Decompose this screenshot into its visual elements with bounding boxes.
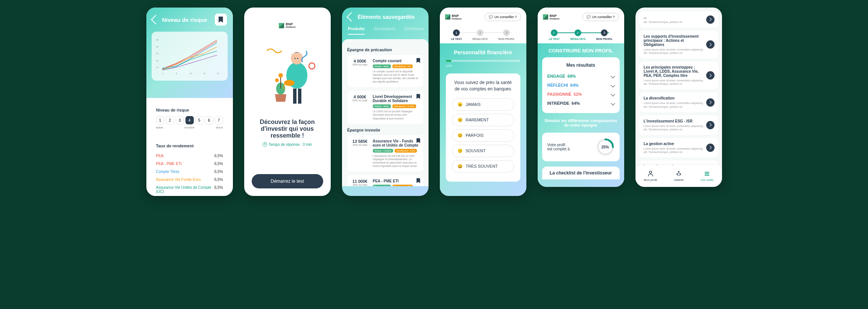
clock-icon bbox=[263, 142, 267, 147]
risk-level-6[interactable]: 6 bbox=[205, 116, 213, 124]
svg-point-18 bbox=[294, 58, 295, 59]
result-row[interactable]: PASSIONNÉ 52% bbox=[547, 90, 614, 99]
svg-text:30: 30 bbox=[156, 52, 158, 55]
svg-point-27 bbox=[680, 173, 681, 175]
logo-icon bbox=[543, 14, 548, 20]
svg-text:50: 50 bbox=[156, 39, 158, 41]
answer-option[interactable]: 😊PARFOIS bbox=[452, 129, 514, 142]
product-card[interactable]: 13 585€25% du total Assurance Vie - Fond… bbox=[347, 135, 423, 171]
completion-ring: 25% bbox=[596, 138, 614, 156]
progress-text: 1/13 bbox=[446, 64, 520, 67]
answer-option[interactable]: 🙂SOUVENT bbox=[452, 145, 514, 157]
nav-galerie[interactable]: Galerie bbox=[674, 170, 684, 182]
chevron-down-icon bbox=[611, 83, 615, 87]
tab-produits[interactable]: Produits bbox=[348, 26, 365, 35]
answer-option[interactable]: 😐RAREMENT bbox=[452, 114, 514, 126]
svg-rect-19 bbox=[293, 89, 296, 104]
step-3: 3MON PROFIL bbox=[596, 29, 613, 40]
topic-card[interactable]: L'investissement ESG - ISRLorem ipsum do… bbox=[639, 115, 718, 135]
svg-point-25 bbox=[678, 171, 680, 173]
arrow-right-icon[interactable] bbox=[706, 40, 714, 49]
nav-les-outils[interactable]: Les outils bbox=[701, 170, 713, 182]
arrow-right-icon[interactable] bbox=[706, 15, 714, 24]
product-card[interactable]: 11 000€20% du total PEA - PME ETI Risque… bbox=[347, 175, 423, 186]
risk-level-1[interactable]: 1 bbox=[156, 116, 164, 124]
svg-text:21: 21 bbox=[203, 72, 205, 75]
intro-title: Découvrez la façon d'investir qui vous r… bbox=[252, 119, 323, 139]
arrow-right-icon[interactable] bbox=[706, 98, 714, 107]
time-estimate: Temps de réponse : 3 min bbox=[263, 142, 312, 147]
topic-card[interactable]: La diversificationLorem ipsum dolor sit … bbox=[639, 92, 718, 112]
back-icon[interactable] bbox=[347, 12, 356, 21]
yield-row: Assurance Vie Fonds Euro + UC6,5% bbox=[156, 196, 223, 196]
risk-level-5[interactable]: 5 bbox=[195, 116, 204, 124]
answer-option[interactable]: 😄TRÈS SOUVENT bbox=[452, 160, 514, 173]
topic-card[interactable]: ...elit. Tincidunt tempus, pretium mi. bbox=[639, 11, 718, 28]
result-row[interactable]: RÉFLÉCHI 64% bbox=[547, 81, 614, 90]
result-row[interactable]: INTRÉPIDE 64% bbox=[547, 99, 614, 108]
screen-intro: BNPPARIBAS Découvrez la façon d' bbox=[244, 8, 331, 196]
section-invested: Épargne investie bbox=[347, 128, 423, 132]
yield-row: PEA - PME ETI6,5% bbox=[156, 160, 223, 168]
yield-row: Compte Titres6,5% bbox=[156, 168, 223, 176]
quiz-title: Personnalité financière bbox=[446, 49, 520, 55]
advisor-button[interactable]: 💬 Un conseiller ? bbox=[582, 13, 619, 21]
logo-icon bbox=[445, 14, 450, 20]
svg-point-16 bbox=[284, 80, 295, 86]
svg-text:3: 3 bbox=[162, 72, 163, 75]
nav-mon-profil[interactable]: Mon profil bbox=[644, 170, 657, 182]
illustration bbox=[254, 40, 321, 107]
product-card[interactable]: 4 000€65% du total Livret Développement … bbox=[347, 91, 423, 124]
topic-card[interactable]: Les supports d'investissement principaux… bbox=[639, 31, 718, 58]
svg-point-24 bbox=[649, 171, 652, 173]
brand-logo: BNPPARIBAS bbox=[445, 14, 462, 20]
risk-level-2[interactable]: 2 bbox=[166, 116, 174, 124]
section-precaution: Épargne de précaution bbox=[347, 47, 423, 52]
risk-chart: 5040302010 38132131 bbox=[152, 32, 228, 81]
screen-risk-level: Niveau de risque 5040302010 38132131 Niv… bbox=[146, 8, 233, 196]
screen-saved-items: Éléments sauvegardés ProduitsSimulations… bbox=[342, 8, 429, 196]
tab-simulations[interactable]: Simulations bbox=[374, 26, 395, 35]
answer-option[interactable]: 😠JAMAIS bbox=[452, 98, 514, 111]
step-2: ✓RÉSULTATS bbox=[570, 29, 585, 40]
svg-text:31: 31 bbox=[217, 72, 219, 75]
arrow-right-icon[interactable] bbox=[706, 71, 714, 80]
svg-point-15 bbox=[291, 52, 303, 64]
tab-définitions[interactable]: Définitions bbox=[404, 26, 423, 35]
svg-point-21 bbox=[309, 63, 315, 69]
risk-scale-card: Niveau de risque 1234567 faible modéré é… bbox=[152, 103, 228, 134]
bookmark-icon bbox=[219, 17, 223, 23]
risk-low-label: faible bbox=[156, 126, 163, 129]
risk-title: Niveau de risque bbox=[156, 108, 223, 112]
product-card[interactable]: 4 000€65% du total Compte courant Risque… bbox=[347, 55, 423, 87]
svg-text:40: 40 bbox=[156, 46, 158, 48]
checklist-title: La checklist de l'investisseur bbox=[542, 167, 620, 179]
brand-logo: BNPPARIBAS bbox=[543, 14, 560, 20]
bookmark-button[interactable] bbox=[215, 14, 227, 26]
arrow-right-icon[interactable] bbox=[706, 121, 714, 129]
risk-high-label: élevé bbox=[216, 126, 223, 129]
chevron-down-icon bbox=[611, 92, 615, 96]
risk-level-7[interactable]: 7 bbox=[215, 116, 223, 124]
topic-card[interactable]: Les principales enveloppes : Livret A, L… bbox=[639, 61, 718, 89]
arrow-right-icon[interactable] bbox=[706, 144, 714, 152]
back-icon[interactable] bbox=[151, 15, 160, 24]
topic-card[interactable]: La gestion activeLorem ipsum dolor sit a… bbox=[639, 138, 718, 158]
yield-card: Taux de rendement PEA6,5%PEA - PME ETI6,… bbox=[152, 139, 228, 196]
risk-level-4[interactable]: 4 bbox=[185, 116, 194, 124]
progress-bar bbox=[446, 60, 520, 62]
result-row[interactable]: ENGAGÉ 68% bbox=[547, 72, 614, 81]
step-1: 1LE TEST bbox=[451, 29, 462, 40]
screen-profile: BNPPARIBAS 💬 Un conseiller ? ✓LE TEST✓RÉ… bbox=[538, 8, 624, 187]
svg-text:10: 10 bbox=[156, 66, 158, 69]
svg-rect-20 bbox=[298, 89, 301, 104]
svg-text:8: 8 bbox=[176, 72, 177, 75]
advisor-button[interactable]: 💬 Un conseiller ? bbox=[485, 13, 521, 21]
completion-card: Votre profilest complet à 25% bbox=[542, 133, 620, 161]
svg-point-26 bbox=[676, 173, 678, 175]
risk-level-3[interactable]: 3 bbox=[176, 116, 184, 124]
brand-logo: BNPPARIBAS bbox=[279, 23, 296, 28]
screen-quiz: BNPPARIBAS 💬 Un conseiller ? 1LE TEST2RÉ… bbox=[440, 8, 526, 196]
start-test-button[interactable]: Démarrez le test bbox=[252, 174, 323, 188]
yield-row: PEA6,5% bbox=[156, 152, 223, 160]
